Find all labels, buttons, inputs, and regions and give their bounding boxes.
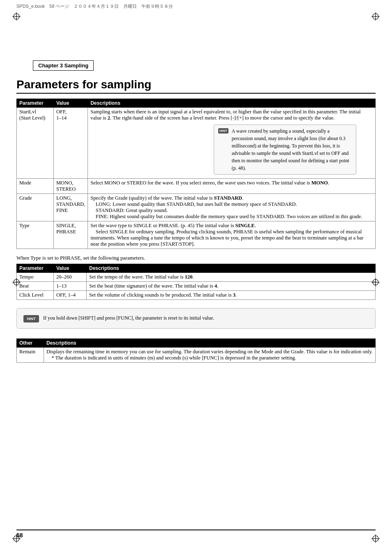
table-row: Mode MONO,STEREO Select MONO or STEREO f…: [17, 179, 376, 194]
page: SPDS_e.book 58 ページ ２００４年４月１９日 月曜日 午前９時５８…: [0, 0, 392, 555]
table-row: Tempo 20–260 Set the tempo of the wave. …: [17, 273, 376, 282]
phrase-param-table: Parameter Value Descriptions Tempo 20–26…: [16, 264, 376, 300]
param-desc: Set the tempo of the wave. The initial v…: [87, 273, 376, 282]
col-header-parameter: Parameter: [17, 264, 54, 273]
param-name: Beat: [17, 282, 54, 291]
footer: 58: [16, 530, 376, 539]
param-value: 1–13: [54, 282, 87, 291]
corner-mark-mid-left: [12, 277, 21, 287]
col-header-other: Other: [17, 339, 44, 348]
param-value: OFF,1–14: [54, 108, 88, 179]
file-info: SPDS_e.book 58 ページ ２００４年４月１９日 月曜日 午前９時５８…: [16, 4, 173, 9]
param-name: Grade: [17, 194, 54, 221]
hint-badge-large: HINT: [23, 315, 39, 322]
page-number: 58: [16, 532, 23, 539]
corner-mark-top-left: [12, 12, 21, 21]
chapter-label: Chapter 3 Sampling: [33, 60, 94, 71]
col-header-value: Value: [54, 264, 87, 273]
param-name: Type: [17, 221, 54, 249]
phrase-parameters-section: Parameter Value Descriptions Tempo 20–26…: [0, 264, 392, 300]
col-header-desc: Descriptions: [44, 339, 375, 348]
page-title: Parameters for sampling: [16, 78, 376, 94]
param-desc: Sampling starts when there is an input s…: [88, 108, 376, 179]
table-row: StartLvl(Start Level) OFF,1–14 Sampling …: [17, 108, 376, 179]
param-desc: Select MONO or STEREO for the wave. If y…: [88, 179, 376, 194]
hint-text-large: If you hold down [SHIFT] and press [FUNC…: [43, 314, 214, 322]
hint-badge: HINT: [218, 128, 228, 134]
corner-mark-mid-right: [371, 277, 380, 287]
hint-box-large: HINT If you hold down [SHIFT] and press …: [16, 308, 376, 329]
main-parameters-section: Parameter Value Descriptions StartLvl(St…: [0, 99, 392, 249]
other-section: Other Descriptions Remain Displays the r…: [0, 339, 392, 363]
param-name: StartLvl(Start Level): [17, 108, 54, 179]
param-value: 20–260: [54, 273, 87, 282]
main-param-table: Parameter Value Descriptions StartLvl(St…: [16, 99, 376, 249]
table-row: Remain Displays the remaining time in me…: [17, 348, 376, 363]
other-table: Other Descriptions Remain Displays the r…: [16, 339, 376, 363]
param-value: SINGLE,PHRASE: [54, 221, 88, 249]
param-value: OFF, 1–4: [54, 291, 87, 300]
param-desc: Set the wave type to SINGLE or PHRASE. (…: [88, 221, 376, 249]
col-header-parameter: Parameter: [17, 99, 54, 108]
col-header-descriptions: Descriptions: [87, 264, 376, 273]
col-header-descriptions: Descriptions: [88, 99, 376, 108]
table-row: Type SINGLE,PHRASE Set the wave type to …: [17, 221, 376, 249]
other-desc: Displays the remaining time in memory yo…: [44, 348, 375, 363]
phrase-note: When Type is set to PHRASE, set the foll…: [16, 255, 376, 261]
param-value: MONO,STEREO: [54, 179, 88, 194]
param-name: Tempo: [17, 273, 54, 282]
other-name: Remain: [17, 348, 44, 363]
param-name: Mode: [17, 179, 54, 194]
param-desc: Set the volume of clicking sounds to be …: [87, 291, 376, 300]
param-name: Click Level: [17, 291, 54, 300]
table-row: Grade LONG,STANDARD,FINE Specify the Gra…: [17, 194, 376, 221]
header-bar: SPDS_e.book 58 ページ ２００４年４月１９日 月曜日 午前９時５８…: [0, 0, 392, 11]
col-header-value: Value: [54, 99, 88, 108]
table-row: Click Level OFF, 1–4 Set the volume of c…: [17, 291, 376, 300]
hint-box-inline: HINT A wave created by sampling a sound,…: [214, 124, 356, 175]
param-value: LONG,STANDARD,FINE: [54, 194, 88, 221]
corner-mark-top-right: [371, 12, 380, 21]
table-row: Beat 1–13 Set the beat (time signature) …: [17, 282, 376, 291]
param-desc: Set the beat (time signature) of the wav…: [87, 282, 376, 291]
param-desc: Specify the Grade (quality) of the wave.…: [88, 194, 376, 221]
hint-text: A wave created by sampling a sound, espe…: [232, 127, 352, 172]
